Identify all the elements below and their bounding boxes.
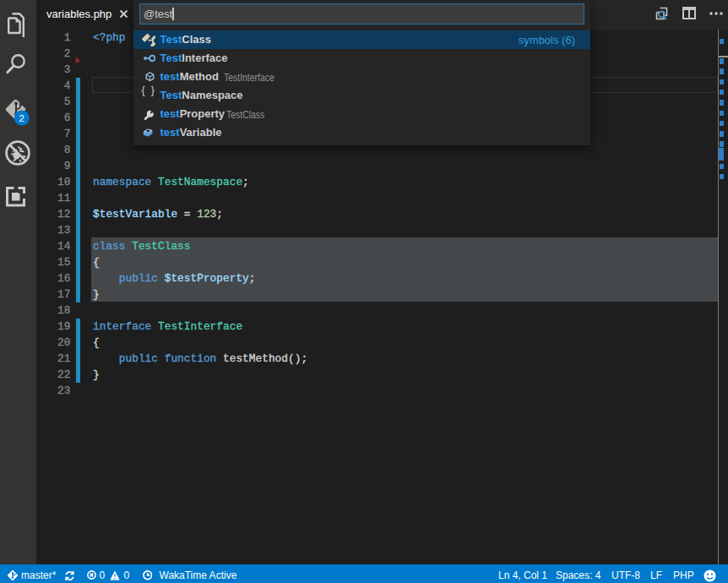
svg-text:2: 2 xyxy=(19,113,24,123)
